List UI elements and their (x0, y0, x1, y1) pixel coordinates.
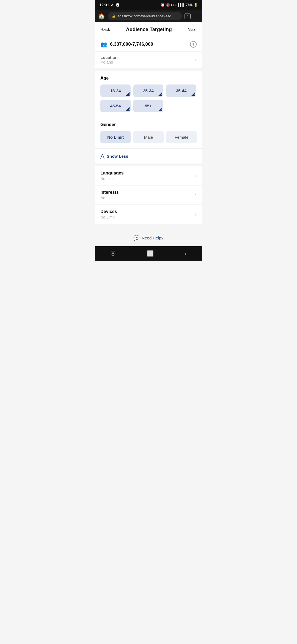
age-section: Age 18-24 25-34 35-44 45-54 55+ (95, 71, 202, 117)
nav-home-icon[interactable]: ⬜ (147, 250, 154, 257)
check-corner-icon (191, 92, 195, 96)
gender-section: Gender No Limit Male Female (95, 117, 202, 148)
battery-text: 76% (186, 3, 193, 7)
chat-icon: 💬 (133, 235, 139, 241)
lock-icon: 🔒 (112, 14, 116, 18)
browser-bar: 🏠 🔒 ads.tiktok.com/wap/audience?aad 6 ⋮ (95, 10, 202, 22)
bottom-nav: ⦿ ⬜ ‹ (95, 246, 202, 261)
devices-title: Devices (100, 209, 117, 214)
devices-row[interactable]: Devices No Limit › (95, 205, 202, 224)
status-bar-right: ⏰ 🔇 LTE ▌▌▌ 76% 🔋 (161, 3, 198, 7)
need-help-row[interactable]: 💬 Need Help? (95, 229, 202, 246)
audience-icon: 👥 (100, 41, 107, 48)
tab-badge[interactable]: 6 (185, 13, 191, 19)
status-time: 12:31 (99, 3, 109, 7)
nav-back-icon[interactable]: ‹ (185, 250, 187, 257)
location-row[interactable]: Location Poland › (95, 52, 202, 68)
audience-count-row: 👥 6,337,000-7,746,000 ? (95, 37, 202, 52)
image-icon: 🖼 (116, 3, 119, 7)
status-bar-left: 12:31 ✔ 🖼 (99, 3, 119, 7)
languages-row[interactable]: Languages No Limit › (95, 166, 202, 185)
devices-left: Devices No Limit (100, 209, 117, 219)
need-help-text: Need Help? (142, 236, 163, 240)
gender-chip-no-limit[interactable]: No Limit (100, 131, 131, 143)
browser-menu-icon[interactable]: ⋮ (193, 13, 199, 20)
age-chip-18-24[interactable]: 18-24 (100, 84, 131, 97)
languages-title: Languages (100, 171, 123, 176)
url-text: ads.tiktok.com/wap/audience?aad (117, 14, 178, 18)
age-chip-35-44[interactable]: 35-44 (166, 84, 196, 97)
lte-icon: LTE (171, 3, 177, 7)
interests-row[interactable]: Interests No Limit › (95, 185, 202, 205)
interests-title: Interests (100, 190, 119, 195)
age-chip-25-34[interactable]: 25-34 (133, 84, 164, 97)
location-chevron-icon: › (195, 57, 197, 63)
check-corner-icon (158, 92, 162, 96)
page-title: Audience Targeting (126, 27, 172, 32)
location-value: Poland (100, 60, 118, 64)
section-divider (95, 163, 202, 166)
location-left: Location Poland (100, 55, 118, 64)
gender-chip-female[interactable]: Female (166, 131, 197, 143)
nav-recent-icon[interactable]: ⦿ (110, 250, 116, 257)
check-corner-icon (126, 107, 130, 111)
battery-icon: 🔋 (194, 3, 198, 7)
check-corner-icon (158, 107, 162, 111)
gender-grid: No Limit Male Female (100, 131, 197, 143)
mute-icon: 🔇 (166, 3, 170, 7)
back-button[interactable]: Back (100, 27, 110, 32)
audience-number: 6,337,000-7,746,000 (110, 42, 153, 47)
languages-sub: No Limit (100, 176, 123, 181)
age-chip-55plus[interactable]: 55+ (133, 100, 164, 112)
age-label: Age (100, 76, 197, 81)
show-less-text: Show Less (107, 154, 128, 159)
home-icon[interactable]: 🏠 (98, 13, 105, 20)
check-corner-icon (126, 92, 130, 96)
check-icon: ✔ (111, 3, 114, 7)
age-chip-45-54[interactable]: 45-54 (100, 100, 131, 112)
signal-icon: ▌▌▌ (178, 3, 185, 7)
languages-left: Languages No Limit (100, 171, 123, 181)
interests-left: Interests No Limit (100, 190, 119, 200)
gender-chip-male[interactable]: Male (133, 131, 164, 143)
gender-label: Gender (100, 122, 197, 127)
show-less-icon: ⋀ (100, 153, 105, 159)
status-bar: 12:31 ✔ 🖼 ⏰ 🔇 LTE ▌▌▌ 76% 🔋 (95, 0, 202, 10)
devices-sub: No Limit (100, 215, 117, 219)
location-label: Location (100, 55, 118, 60)
alarm-icon: ⏰ (161, 3, 165, 7)
age-grid: 18-24 25-34 35-44 45-54 55+ (100, 84, 197, 112)
interests-chevron-icon: › (195, 192, 197, 198)
interests-sub: No Limit (100, 196, 119, 200)
page-header: Back Audience Targeting Next (95, 22, 202, 37)
devices-chevron-icon: › (195, 211, 197, 217)
list-section: Languages No Limit › Interests No Limit … (95, 166, 202, 224)
next-button[interactable]: Next (188, 27, 197, 32)
audience-count-left: 👥 6,337,000-7,746,000 (100, 41, 153, 48)
help-button[interactable]: ? (190, 41, 197, 48)
show-less-row[interactable]: ⋀ Show Less (95, 148, 202, 163)
url-box[interactable]: 🔒 ads.tiktok.com/wap/audience?aad (108, 12, 182, 20)
languages-chevron-icon: › (195, 173, 197, 179)
